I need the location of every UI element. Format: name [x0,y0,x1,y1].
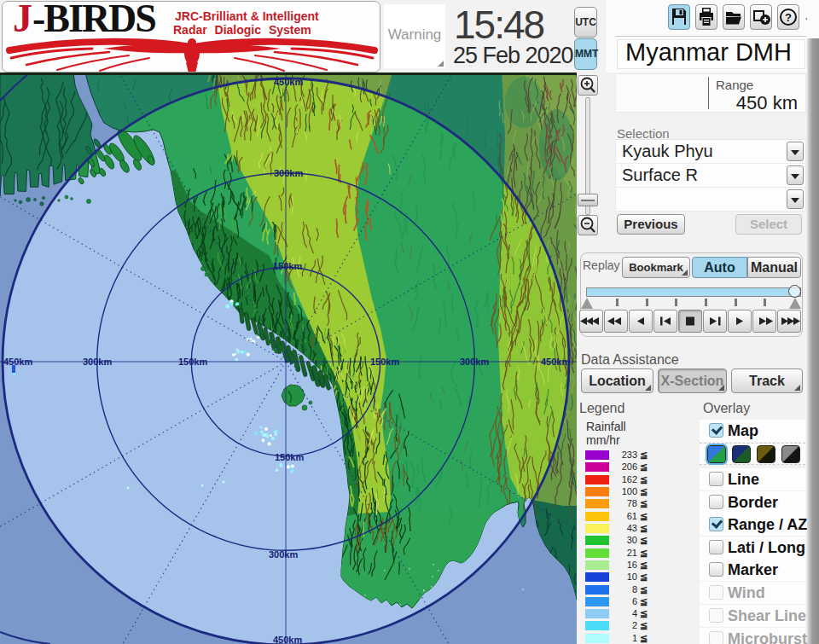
svg-text:450km: 450km [273,635,302,644]
svg-text:450km: 450km [274,77,303,87]
svg-text:300km: 300km [83,357,112,367]
svg-text:300km: 300km [460,357,489,367]
svg-text:?: ? [785,11,792,24]
svg-text:150km: 150km [370,357,399,367]
svg-text:150km: 150km [275,452,304,462]
svg-text:300km: 300km [274,168,303,178]
svg-text:450km: 450km [541,357,570,367]
svg-text:450km: 450km [3,357,32,367]
svg-text:300km: 300km [269,549,298,560]
svg-text:150km: 150km [273,261,302,271]
svg-text:150km: 150km [178,357,207,367]
